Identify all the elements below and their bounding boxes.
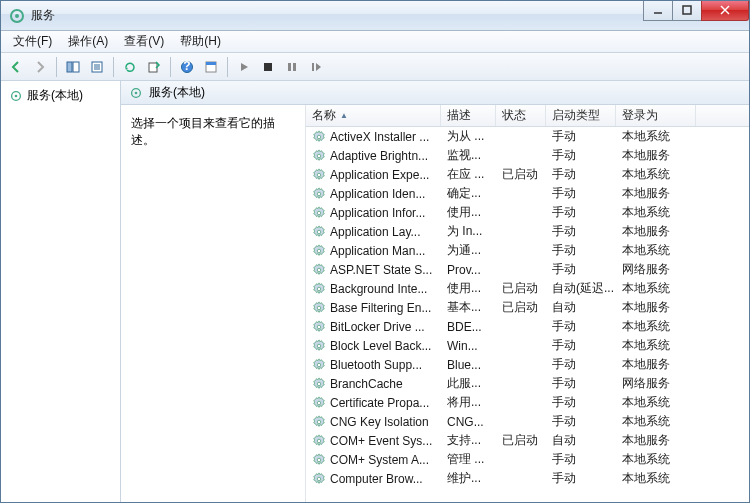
minimize-button[interactable]	[643, 1, 673, 21]
column-logon[interactable]: 登录为	[616, 105, 696, 126]
back-button[interactable]	[5, 56, 27, 78]
cell-desc: 支持...	[441, 432, 496, 449]
cell-desc: 使用...	[441, 280, 496, 297]
service-row[interactable]: Bluetooth Supp...Blue...手动本地服务	[306, 355, 749, 374]
service-row[interactable]: BranchCache此服...手动网络服务	[306, 374, 749, 393]
refresh-button[interactable]	[119, 56, 141, 78]
cell-name: BranchCache	[306, 377, 441, 391]
service-row[interactable]: ActiveX Installer ...为从 ...手动本地系统	[306, 127, 749, 146]
service-row[interactable]: COM+ System A...管理 ...手动本地系统	[306, 450, 749, 469]
close-button[interactable]	[701, 1, 749, 21]
column-startup[interactable]: 启动类型	[546, 105, 616, 126]
sort-asc-icon: ▲	[340, 111, 348, 120]
stop-service-button[interactable]	[257, 56, 279, 78]
service-row[interactable]: Application Man...为通...手动本地系统	[306, 241, 749, 260]
svg-rect-13	[206, 62, 216, 65]
export-button[interactable]	[86, 56, 108, 78]
cell-startup: 手动	[546, 356, 616, 373]
show-hide-tree-button[interactable]	[62, 56, 84, 78]
list-header: 名称▲ 描述 状态 启动类型 登录为	[306, 105, 749, 127]
cell-desc: Win...	[441, 339, 496, 353]
cell-logon: 本地服务	[616, 299, 696, 316]
cell-desc: Blue...	[441, 358, 496, 372]
service-row[interactable]: Certificate Propa...将用...手动本地系统	[306, 393, 749, 412]
menu-help[interactable]: 帮助(H)	[172, 31, 229, 52]
svg-point-40	[317, 477, 321, 481]
gear-icon	[312, 377, 326, 391]
start-service-button[interactable]	[233, 56, 255, 78]
title-bar[interactable]: 服务	[1, 1, 749, 31]
gear-icon	[312, 339, 326, 353]
svg-point-36	[317, 401, 321, 405]
restart-service-button[interactable]	[305, 56, 327, 78]
menu-action[interactable]: 操作(A)	[60, 31, 116, 52]
console-tree[interactable]: 服务(本地)	[1, 81, 121, 502]
pane-header: 服务(本地)	[121, 81, 749, 105]
cell-logon: 本地服务	[616, 432, 696, 449]
gear-icon	[312, 320, 326, 334]
forward-button[interactable]	[29, 56, 51, 78]
cell-logon: 本地系统	[616, 318, 696, 335]
gear-icon	[312, 206, 326, 220]
column-status[interactable]: 状态	[496, 105, 546, 126]
service-row[interactable]: COM+ Event Sys...支持...已启动自动本地服务	[306, 431, 749, 450]
cell-startup: 手动	[546, 375, 616, 392]
service-row[interactable]: Block Level Back...Win...手动本地系统	[306, 336, 749, 355]
gear-icon	[312, 244, 326, 258]
gear-icon	[312, 282, 326, 296]
cell-logon: 网络服务	[616, 375, 696, 392]
cell-startup: 手动	[546, 185, 616, 202]
column-name[interactable]: 名称▲	[306, 105, 441, 126]
gear-icon	[312, 358, 326, 372]
service-row[interactable]: Adaptive Brightn...监视...手动本地服务	[306, 146, 749, 165]
gear-icon	[312, 263, 326, 277]
service-row[interactable]: Application Iden...确定...手动本地服务	[306, 184, 749, 203]
service-row[interactable]: Background Inte...使用...已启动自动(延迟...本地系统	[306, 279, 749, 298]
service-row[interactable]: Application Expe...在应 ...已启动手动本地系统	[306, 165, 749, 184]
service-row[interactable]: Application Lay...为 In...手动本地服务	[306, 222, 749, 241]
description-prompt: 选择一个项目来查看它的描述。	[131, 115, 295, 149]
gear-icon	[312, 149, 326, 163]
service-row[interactable]: Computer Brow...维护...手动本地系统	[306, 469, 749, 488]
cell-startup: 自动	[546, 432, 616, 449]
cell-name: Block Level Back...	[306, 339, 441, 353]
properties-button[interactable]	[200, 56, 222, 78]
menu-view[interactable]: 查看(V)	[116, 31, 172, 52]
cell-name: Application Iden...	[306, 187, 441, 201]
gear-icon	[312, 396, 326, 410]
service-row[interactable]: Application Infor...使用...手动本地系统	[306, 203, 749, 222]
cell-desc: 管理 ...	[441, 451, 496, 468]
gear-icon	[312, 472, 326, 486]
cell-startup: 自动	[546, 299, 616, 316]
column-description[interactable]: 描述	[441, 105, 496, 126]
cell-desc: 维护...	[441, 470, 496, 487]
cell-startup: 手动	[546, 394, 616, 411]
service-row[interactable]: BitLocker Drive ...BDE...手动本地系统	[306, 317, 749, 336]
pause-service-button[interactable]	[281, 56, 303, 78]
cell-name: Application Lay...	[306, 225, 441, 239]
export-list-button[interactable]	[143, 56, 165, 78]
menu-file[interactable]: 文件(F)	[5, 31, 60, 52]
tree-root-services[interactable]: 服务(本地)	[5, 85, 116, 106]
help-button[interactable]: ?	[176, 56, 198, 78]
service-row[interactable]: ASP.NET State S...Prov...手动网络服务	[306, 260, 749, 279]
cell-desc: 监视...	[441, 147, 496, 164]
list-body[interactable]: ActiveX Installer ...为从 ...手动本地系统Adaptiv…	[306, 127, 749, 502]
services-icon	[9, 89, 23, 103]
maximize-button[interactable]	[672, 1, 702, 21]
cell-logon: 本地系统	[616, 166, 696, 183]
cell-logon: 本地服务	[616, 147, 696, 164]
cell-logon: 本地系统	[616, 394, 696, 411]
cell-name: CNG Key Isolation	[306, 415, 441, 429]
cell-name: BitLocker Drive ...	[306, 320, 441, 334]
cell-startup: 手动	[546, 261, 616, 278]
cell-name: Application Man...	[306, 244, 441, 258]
cell-desc: 基本...	[441, 299, 496, 316]
description-panel: 选择一个项目来查看它的描述。	[121, 105, 306, 502]
svg-point-33	[317, 344, 321, 348]
service-row[interactable]: CNG Key IsolationCNG...手动本地系统	[306, 412, 749, 431]
cell-logon: 网络服务	[616, 261, 696, 278]
service-row[interactable]: Base Filtering En...基本...已启动自动本地服务	[306, 298, 749, 317]
cell-startup: 手动	[546, 204, 616, 221]
app-icon	[9, 8, 25, 24]
